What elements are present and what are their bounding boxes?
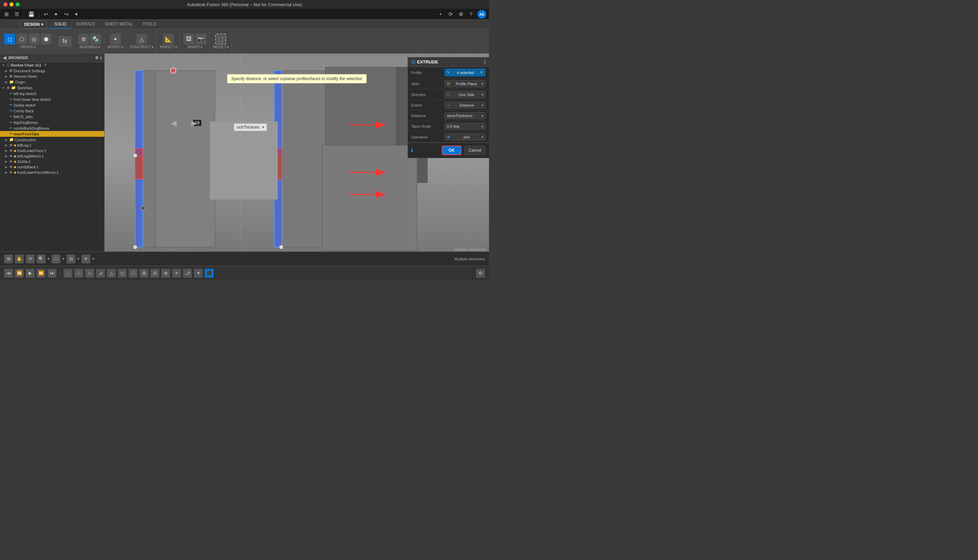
tool-13[interactable]: ✦ bbox=[194, 269, 203, 278]
tree-left-leg-mirror-1[interactable]: ▶ 👁 ■ leftLeg(Mirror):1 bbox=[0, 153, 104, 159]
env-arrow[interactable]: ▾ bbox=[92, 257, 94, 261]
zoom-arrow[interactable]: ▾ bbox=[48, 257, 50, 261]
display-arrow[interactable]: ▾ bbox=[62, 257, 65, 261]
tree-named-views[interactable]: ▶ 👁 Named Views bbox=[0, 73, 104, 79]
tool-6[interactable]: ◻ bbox=[118, 269, 127, 278]
tree-sketches[interactable]: ▼ 👁 📁 Sketches bbox=[0, 85, 104, 91]
design-button[interactable]: DESIGN ▾ bbox=[20, 20, 47, 28]
undo-icon[interactable]: ↩ bbox=[42, 10, 50, 18]
tree-front-lower-face[interactable]: ✏ front lower face sketch bbox=[0, 97, 104, 102]
tree-comfy-back-1[interactable]: ▶ 👁 ■ comfyBack:1 bbox=[0, 164, 104, 170]
redo-icon[interactable]: ↪ bbox=[62, 10, 70, 18]
save-icon[interactable]: 💾 bbox=[27, 10, 35, 18]
tab-tools[interactable]: TOOLS bbox=[137, 20, 160, 28]
create-loft-icon[interactable]: ⬟ bbox=[41, 33, 52, 45]
tree-left-leg-sketch[interactable]: ✏ left leg sketch bbox=[0, 91, 104, 97]
root-refresh-icon[interactable]: ↺ bbox=[43, 63, 47, 67]
user-avatar[interactable]: AE bbox=[477, 10, 486, 19]
display-icon[interactable]: ⬡ bbox=[52, 255, 60, 263]
tree-lower-front-tabs[interactable]: ✏ lowerFrontTabs bbox=[0, 131, 104, 137]
grid-arrow[interactable]: ▾ bbox=[77, 257, 80, 261]
create-extrude-icon[interactable]: ⬡ bbox=[16, 33, 27, 45]
pan-icon[interactable]: ✋ bbox=[15, 255, 24, 263]
extent-dropdown[interactable]: ↔ Distance ▾ bbox=[444, 102, 486, 108]
stock-dropdown-arrow[interactable]: ▾ bbox=[262, 125, 264, 130]
maximize-btn[interactable] bbox=[16, 2, 20, 7]
operation-dropdown[interactable]: ⊕ Join ▾ bbox=[444, 133, 486, 140]
tab-solid[interactable]: SOLID bbox=[50, 20, 71, 28]
menu-icon[interactable]: ☰ bbox=[13, 10, 20, 18]
zoom-icon[interactable]: 🔍 bbox=[37, 255, 45, 263]
redo-arrow-icon[interactable]: ▾ bbox=[73, 10, 80, 18]
tab-surface[interactable]: SURFACE bbox=[71, 20, 100, 28]
play-next-icon[interactable]: ⏩ bbox=[37, 269, 45, 278]
tree-left-leg-1[interactable]: ▶ 👁 ■ leftLeg:1 bbox=[0, 143, 104, 148]
insert-icon1[interactable]: 🖼 bbox=[184, 33, 194, 45]
tool-5[interactable]: △ bbox=[107, 269, 116, 278]
browser-more-icon[interactable]: | bbox=[100, 56, 102, 60]
timeline-settings-icon[interactable]: ⚙ bbox=[476, 269, 485, 278]
settings-icon[interactable]: ⚙ bbox=[457, 10, 464, 18]
info-icon[interactable]: ℹ bbox=[411, 148, 413, 153]
viewport[interactable]: Specify distance, or select coplanar pro… bbox=[105, 53, 489, 252]
play-start-icon[interactable]: ⏮ bbox=[4, 269, 13, 278]
insert-icon2[interactable]: 📷 bbox=[195, 33, 207, 45]
tree-root[interactable]: ▼ ⬡ Rocket Chair v11 ↺ bbox=[0, 62, 104, 68]
profile-close-icon[interactable]: ✕ bbox=[479, 70, 483, 75]
taper-dropdown[interactable]: 0.0 deg ▾ bbox=[444, 123, 486, 130]
add-tab-icon[interactable]: ＋ bbox=[437, 10, 444, 18]
browser-collapse-icon[interactable]: ◀ bbox=[3, 55, 7, 60]
browser-settings-icon[interactable]: ⚙ bbox=[95, 56, 98, 60]
play-prev-icon[interactable]: ⏪ bbox=[15, 269, 24, 278]
assemble-icon1[interactable]: ⚙ bbox=[78, 33, 89, 45]
sync-icon[interactable]: ⟳ bbox=[447, 10, 454, 18]
panel-expand-icon[interactable]: ⟩ bbox=[484, 60, 486, 65]
undo-arrow-icon[interactable]: ▾ bbox=[52, 10, 60, 18]
tree-doc-settings[interactable]: ▶ ⚙ Document Settings bbox=[0, 68, 104, 73]
tool-9[interactable]: ⊟ bbox=[150, 269, 159, 278]
tree-front-lower-face-1[interactable]: ▶ 👁 ■ frontLowerFace:1 bbox=[0, 148, 104, 153]
active-tool[interactable]: ⬛ bbox=[205, 269, 214, 278]
create-revolve-icon[interactable]: ◎ bbox=[28, 33, 39, 45]
cancel-button[interactable]: Cancel bbox=[464, 146, 486, 155]
play-end-icon[interactable]: ⏭ bbox=[48, 269, 57, 278]
tool-10[interactable]: ⊕ bbox=[161, 269, 170, 278]
tree-construction[interactable]: ▶ 📁 Construction bbox=[0, 137, 104, 143]
grid-icon[interactable]: ⊞ bbox=[3, 10, 10, 18]
profile-value[interactable]: ↖ 4 selected ✕ bbox=[444, 68, 486, 77]
orbit-icon[interactable]: ⟳ bbox=[26, 255, 35, 263]
distance-dropdown[interactable]: stockThickness ▾ bbox=[444, 112, 486, 119]
tree-2a3da-1[interactable]: ▶ 👁 ■ 2a3da:1 bbox=[0, 159, 104, 164]
start-dropdown[interactable]: ⊟ Profile Plane ▾ bbox=[444, 80, 486, 87]
tree-origin[interactable]: ▶ 📁 Origin bbox=[0, 79, 104, 85]
construct-icon[interactable]: △ bbox=[136, 33, 147, 45]
tree-back-tabs[interactable]: ✏ BACK_tabs bbox=[0, 114, 104, 120]
snap-icon[interactable]: ⊞ bbox=[4, 255, 13, 263]
fx-icon[interactable]: fx bbox=[58, 36, 72, 47]
modify-icon[interactable]: ✦ bbox=[110, 33, 121, 45]
tool-2[interactable]: □ bbox=[74, 269, 83, 278]
tab-sheet-metal[interactable]: SHEET METAL bbox=[100, 20, 137, 28]
inspect-icon[interactable]: 📐 bbox=[163, 33, 174, 45]
tree-front-lower-face-mirror[interactable]: ▶ 👁 ■ frontLowerFace(Mirror):1 bbox=[0, 170, 104, 175]
tool-12[interactable]: ⎇ bbox=[183, 269, 192, 278]
tree-2a3da-sketch[interactable]: ✏ 2a3da sketch bbox=[0, 102, 104, 108]
create-new-body-icon[interactable]: ◻ bbox=[4, 33, 15, 45]
tree-comfy-back-dog-bones[interactable]: ✏ comfyBackDogBones bbox=[0, 125, 104, 131]
grid-display-icon[interactable]: ⊟ bbox=[67, 255, 75, 263]
tree-legs-dog-bones[interactable]: ✏ legsDogBones bbox=[0, 120, 104, 125]
select-icon[interactable]: ⬚ bbox=[215, 33, 226, 45]
environment-icon[interactable]: ☀ bbox=[82, 255, 90, 263]
ok-button[interactable]: OK bbox=[442, 146, 462, 155]
tool-7[interactable]: ⬡ bbox=[129, 269, 137, 278]
tree-comfy-back[interactable]: ✏ Comfy Back bbox=[0, 108, 104, 114]
tool-1[interactable]: ⬚ bbox=[63, 269, 72, 278]
play-icon[interactable]: ▶ bbox=[26, 269, 35, 278]
close-btn[interactable] bbox=[3, 2, 7, 7]
tool-4[interactable]: ⊿ bbox=[96, 269, 105, 278]
minimize-btn[interactable] bbox=[10, 2, 13, 7]
tool-8[interactable]: ⊞ bbox=[140, 269, 149, 278]
help-icon[interactable]: ? bbox=[467, 10, 475, 18]
tool-11[interactable]: ≡ bbox=[172, 269, 181, 278]
direction-dropdown[interactable]: ⬡ One Side ▾ bbox=[444, 91, 486, 98]
